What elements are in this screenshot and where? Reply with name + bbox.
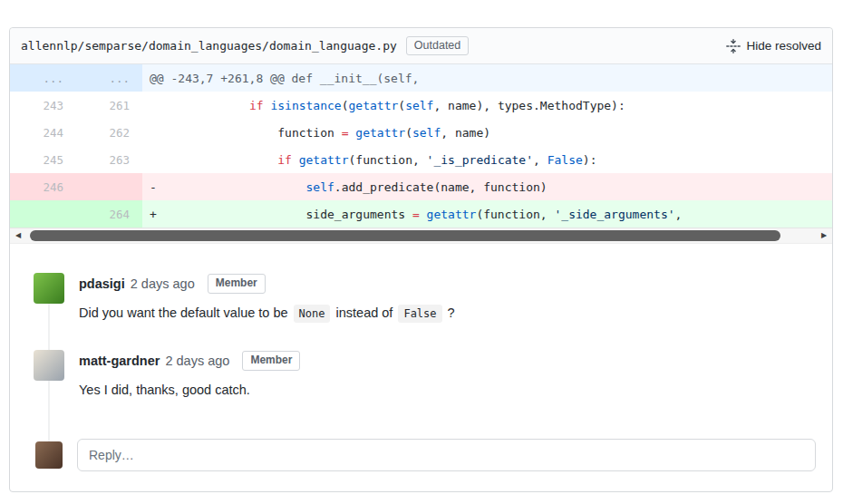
outdated-badge: Outdated bbox=[406, 36, 469, 55]
diff-row: 245 263 if getattr(function, '_is_predic… bbox=[10, 146, 832, 173]
reply-input[interactable] bbox=[77, 439, 816, 471]
new-line-number[interactable]: 263 bbox=[76, 146, 142, 173]
code-line: self.add_predicate(name, function) bbox=[164, 180, 547, 194]
comment-thread: pdasigi 2 days ago Member Did you want t… bbox=[10, 244, 832, 491]
code-cell: function = getattr(self, name) bbox=[142, 119, 832, 146]
diff-sign bbox=[150, 153, 164, 167]
diff-hunk-row: ... ... @@ -243,7 +261,8 @@ def __init__… bbox=[10, 64, 832, 92]
reply-avatar[interactable] bbox=[35, 441, 63, 469]
comment-body: Did you want the default value to be Non… bbox=[79, 304, 455, 324]
code-cell: if isinstance(getattr(self, name), types… bbox=[142, 92, 832, 119]
file-header: allennlp/semparse/domain_languages/domai… bbox=[10, 28, 832, 64]
code-line: if getattr(function, '_is_predicate', Fa… bbox=[164, 153, 596, 167]
new-line-number[interactable]: 262 bbox=[76, 119, 142, 146]
new-line-number[interactable] bbox=[76, 173, 142, 200]
fold-icon bbox=[726, 39, 741, 53]
diff-body: ... ... @@ -243,7 +261,8 @@ def __init__… bbox=[10, 64, 832, 228]
horizontal-scrollbar[interactable]: ◀ ▶ bbox=[10, 228, 832, 244]
code-cell: if getattr(function, '_is_predicate', Fa… bbox=[142, 146, 832, 173]
scroll-left-arrow-icon[interactable]: ◀ bbox=[10, 228, 26, 244]
scrollbar-track[interactable] bbox=[26, 228, 816, 243]
code-line: function = getattr(self, name) bbox=[164, 126, 490, 140]
code-cell: - self.add_predicate(name, function) bbox=[142, 173, 832, 200]
diff-row: 246 - self.add_predicate(name, function) bbox=[10, 173, 832, 200]
old-line-number[interactable] bbox=[10, 200, 76, 228]
diff-row: 264 + side_arguments = getattr(function,… bbox=[10, 200, 832, 228]
member-badge: Member bbox=[242, 351, 300, 371]
comment-author[interactable]: pdasigi bbox=[79, 276, 125, 291]
old-line-number[interactable]: 246 bbox=[10, 173, 76, 200]
diff-row: 243 261 if isinstance(getattr(self, name… bbox=[10, 92, 832, 119]
member-badge: Member bbox=[208, 274, 266, 294]
comment: matt-gardner 2 days ago Member Yes I did… bbox=[34, 350, 818, 400]
diff-sign: - bbox=[150, 180, 164, 194]
old-line-number[interactable]: 245 bbox=[10, 146, 76, 173]
file-path: allennlp/semparse/domain_languages/domai… bbox=[21, 39, 397, 53]
comment: pdasigi 2 days ago Member Did you want t… bbox=[34, 273, 818, 323]
comment-timestamp[interactable]: 2 days ago bbox=[165, 354, 229, 368]
hunk-new-marker: ... bbox=[76, 64, 142, 92]
new-line-number[interactable]: 264 bbox=[76, 200, 142, 228]
review-thread-card: allennlp/semparse/domain_languages/domai… bbox=[9, 27, 833, 492]
hunk-header: @@ -243,7 +261,8 @@ def __init__(self, bbox=[142, 64, 832, 92]
old-line-number[interactable]: 244 bbox=[10, 119, 76, 146]
code-line: if isinstance(getattr(self, name), types… bbox=[164, 99, 625, 112]
comment-body: Yes I did, thanks, good catch. bbox=[79, 381, 300, 401]
hunk-old-marker: ... bbox=[10, 64, 76, 92]
code-line: side_arguments = getattr(function, '_sid… bbox=[164, 208, 682, 221]
diff-sign bbox=[150, 126, 164, 140]
scrollbar-thumb[interactable] bbox=[30, 230, 780, 241]
code-cell: + side_arguments = getattr(function, '_s… bbox=[142, 200, 832, 228]
old-line-number[interactable]: 243 bbox=[10, 92, 76, 119]
comments-list: pdasigi 2 days ago Member Did you want t… bbox=[10, 244, 832, 401]
avatar[interactable] bbox=[34, 350, 64, 381]
hide-resolved-label: Hide resolved bbox=[746, 39, 821, 53]
diff-table: ... ... @@ -243,7 +261,8 @@ def __init__… bbox=[10, 64, 832, 228]
reply-section bbox=[10, 428, 832, 491]
comment-timestamp[interactable]: 2 days ago bbox=[131, 276, 195, 291]
diff-sign bbox=[150, 99, 164, 112]
hide-resolved-button[interactable]: Hide resolved bbox=[726, 39, 821, 53]
new-line-number[interactable]: 261 bbox=[76, 92, 142, 119]
diff-sign: + bbox=[150, 208, 164, 221]
scroll-right-arrow-icon[interactable]: ▶ bbox=[816, 228, 832, 244]
avatar[interactable] bbox=[34, 273, 64, 304]
diff-row: 244 262 function = getattr(self, name) bbox=[10, 119, 832, 146]
comment-author[interactable]: matt-gardner bbox=[79, 354, 160, 368]
